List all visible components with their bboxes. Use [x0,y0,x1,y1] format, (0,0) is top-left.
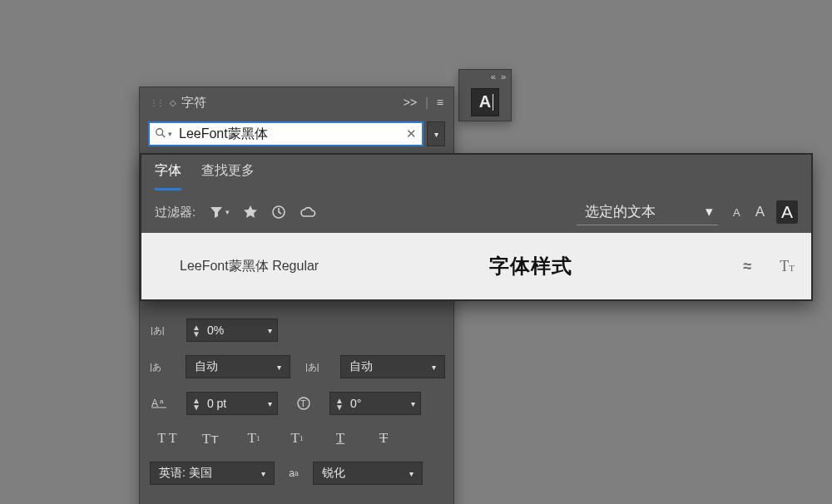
font-dropdown-popover: 字体 查找更多 过滤器: 选定的文本 A A A LeeFont蒙黑体 Regu… [140,153,813,301]
lang-aa-row: 英语: 美国 aa 锐化 [150,455,445,492]
chevron-down-icon[interactable] [268,399,272,408]
sort-indicator-icon: ◇ [170,98,176,107]
font-result-icons: ≈ TT [743,258,795,275]
filter-funnel-button[interactable] [209,205,230,220]
tracking-value: 0% [204,324,261,337]
tracking-field[interactable]: ▲▼ 0% [186,319,278,342]
kerning-right-value: 自动 [349,359,428,374]
all-caps-button[interactable]: T T [155,427,180,449]
baseline-shift-field[interactable]: ▲▼ 0 pt [186,392,278,415]
svg-line-1 [162,134,166,137]
strikethrough-button[interactable]: T [371,427,396,449]
preview-size-large[interactable]: A [776,200,798,224]
preview-size-small[interactable]: A [733,206,740,219]
typekit-icon[interactable]: TT [780,258,795,275]
menu-icon[interactable]: » [501,72,506,82]
baseline-shift-icon: Aa [150,393,171,413]
svg-text:a: a [160,398,164,405]
preview-text-select[interactable]: 选定的文本 [577,199,718,225]
underline-button[interactable]: T [328,427,353,449]
chevron-down-icon[interactable] [409,469,414,478]
rotation-value: 0° [347,397,404,410]
anti-alias-field[interactable]: 锐化 [313,462,423,485]
kerning-row: |あ 自动 |あ| 自动 [150,348,445,385]
chevron-down-icon[interactable] [168,130,172,138]
tab-fonts[interactable]: 字体 [155,162,181,190]
preview-controls: 选定的文本 A A A [577,199,798,225]
chevron-down-icon[interactable] [261,469,265,478]
character-panel-titlebar[interactable]: ⋮⋮ ◇ 字符 >> | ≡ [140,87,453,117]
font-result-row[interactable]: LeeFont蒙黑体 Regular 字体样式 ≈ TT [141,233,811,299]
panel-title: 字符 [181,95,206,111]
cloud-icon [300,205,316,220]
expand-icon[interactable]: >> [404,96,417,109]
preview-text-value: 选定的文本 [585,202,656,221]
chevron-down-icon [434,130,438,139]
chevron-down-icon[interactable] [432,363,436,372]
language-field[interactable]: 英语: 美国 [150,462,275,485]
font-filter-row: 过滤器: 选定的文本 A A A [141,191,811,233]
preview-size-medium[interactable]: A [755,204,765,220]
tab-find-more[interactable]: 查找更多 [201,162,255,190]
chevron-down-icon[interactable] [411,399,415,408]
kerning-right-field[interactable]: 自动 [340,355,445,378]
svg-point-0 [156,128,163,135]
clear-icon[interactable]: ✕ [406,126,417,141]
font-dropdown-toggle[interactable] [427,121,445,146]
small-caps-button[interactable]: Tᴛ [198,427,223,449]
rotation-icon: T [293,393,314,413]
search-svg [155,127,166,139]
font-result-name: LeeFont蒙黑体 Regular [180,258,319,275]
filter-favorites-button[interactable] [243,205,258,220]
svg-text:|あ|: |あ| [151,325,165,335]
font-family-input-wrap[interactable]: ✕ [148,121,423,146]
spinner-icon[interactable]: ▲▼ [335,398,344,410]
subscript-button[interactable]: T1 [285,427,310,449]
chevron-down-icon[interactable] [277,363,281,372]
kerning-right-icon: |あ| [305,357,326,377]
floating-tool-palette[interactable]: « » A [458,69,512,121]
kerning-left-icon: |あ [150,357,171,377]
tracking-icon: |あ| [150,320,171,340]
tracking-row: |あ| ▲▼ 0% [150,312,445,348]
language-value: 英语: 美国 [159,466,258,481]
svg-text:|あ|: |あ| [305,362,319,372]
filter-recent-button[interactable] [271,205,286,220]
case-options-row: T T Tᴛ T1 T1 T T [150,422,445,455]
chevron-down-icon [706,203,713,220]
baseline-rotation-row: Aa ▲▼ 0 pt T ▲▼ 0° [150,385,445,422]
mini-palette-titlebar[interactable]: « » [459,70,511,83]
font-family-input[interactable] [177,126,406,142]
svg-text:|あ: |あ [150,362,161,372]
similar-fonts-icon[interactable]: ≈ [743,258,751,275]
rotation-field[interactable]: ▲▼ 0° [329,392,421,415]
chevron-down-icon[interactable] [268,326,272,335]
mini-palette-body: A [459,83,511,121]
anti-alias-icon: aa [283,463,305,483]
clock-icon [271,205,286,220]
font-family-row: ✕ [148,119,445,149]
collapse-icon[interactable]: « [491,72,496,82]
anti-alias-value: 锐化 [322,466,406,481]
type-tool-icon[interactable]: A [471,88,499,116]
search-icon [155,127,166,141]
divider-icon: | [425,96,428,109]
spinner-icon[interactable]: ▲▼ [192,324,201,337]
spinner-icon[interactable]: ▲▼ [192,398,201,410]
superscript-button[interactable]: T1 [241,427,266,449]
filter-label: 过滤器: [155,205,196,220]
kerning-left-field[interactable]: 自动 [186,355,290,378]
font-dropdown-tabs: 字体 查找更多 [141,155,811,191]
baseline-shift-value: 0 pt [204,397,261,410]
svg-text:T: T [300,398,306,408]
chevron-down-icon [225,208,230,216]
funnel-icon [209,205,224,220]
drag-handle-icon[interactable]: ⋮⋮ [150,98,163,107]
panel-menu-icon[interactable]: ≡ [437,96,443,109]
character-controls: |あ| ▲▼ 0% |あ 自动 |あ| 自动 [140,312,453,492]
font-result-sample: 字体样式 [319,253,743,279]
type-tool-letter: A [479,92,491,111]
kerning-left-value: 自动 [195,359,274,374]
star-icon [243,205,258,220]
filter-cloud-button[interactable] [300,205,316,220]
